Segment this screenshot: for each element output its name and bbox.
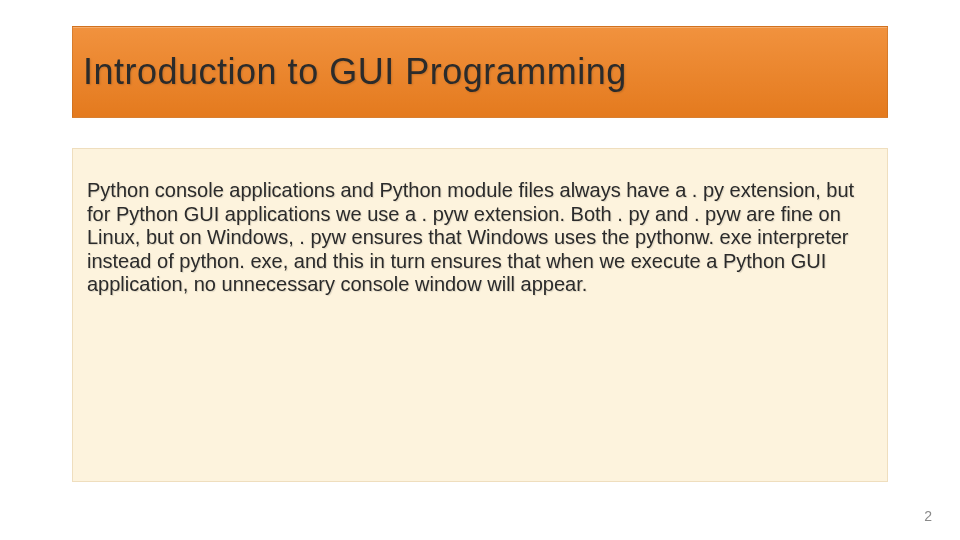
content-box: Python console applications and Python m… bbox=[72, 148, 888, 482]
slide-title: Introduction to GUI Programming bbox=[83, 51, 627, 93]
page-number: 2 bbox=[924, 508, 932, 524]
slide-body-text: Python console applications and Python m… bbox=[87, 179, 873, 297]
title-bar: Introduction to GUI Programming bbox=[72, 26, 888, 118]
